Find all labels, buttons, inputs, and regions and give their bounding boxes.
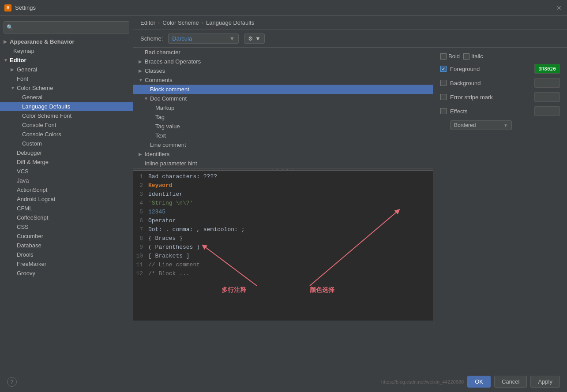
line-content: 12345 [146, 209, 165, 217]
effects-dropdown[interactable]: Bordered ▼ [450, 120, 512, 130]
effects-checkbox[interactable] [440, 108, 447, 114]
sidebar-item-groovy[interactable]: Groovy [0, 269, 133, 278]
close-button[interactable]: ✕ [556, 4, 563, 11]
line-number: 7 [133, 226, 146, 234]
line-number: 8 [133, 235, 146, 243]
sidebar-item-cfml[interactable]: CFML [0, 204, 133, 213]
sidebar-item-android-logcat[interactable]: Android Logcat [0, 194, 133, 204]
sidebar-item-cs-general[interactable]: General [0, 93, 133, 102]
sidebar-item-actionscript[interactable]: ActionScript [0, 185, 133, 194]
error-stripe-color-box[interactable] [534, 92, 560, 102]
background-color-box[interactable] [534, 78, 560, 88]
sidebar-item-editor[interactable]: ▼ Editor [0, 56, 133, 65]
background-row: Background [440, 78, 560, 88]
sidebar-item-language-defaults[interactable]: Language Defaults [0, 102, 133, 111]
sidebar-item-console-colors[interactable]: Console Colors [0, 130, 133, 139]
sidebar-item-freemarker[interactable]: FreeMarker [0, 259, 133, 269]
error-stripe-label: Error stripe mark [450, 94, 531, 101]
bold-checkbox[interactable] [440, 53, 447, 60]
tree-item-tag[interactable]: Tag [133, 112, 433, 122]
foreground-color-box[interactable]: 0R8020 [534, 64, 560, 74]
gear-dropdown-arrow: ▼ [255, 35, 261, 42]
sidebar-item-colorscheme[interactable]: ▼ Color Scheme [0, 83, 133, 93]
line-number: 11 [133, 261, 146, 269]
background-label: Background [450, 80, 531, 86]
sidebar-item-general[interactable]: ▶ General [0, 65, 133, 74]
tree-item-braces-ops[interactable]: ▶ Braces and Operators [133, 57, 433, 66]
tree-item-bad-char[interactable]: Bad character [133, 48, 433, 57]
tree-item-block-comment[interactable]: Block comment [133, 85, 433, 94]
tree-item-label: Tag [155, 114, 165, 120]
sidebar-item-custom[interactable]: Custom [0, 139, 133, 148]
cancel-button[interactable]: Cancel [494, 376, 527, 388]
preview-line-1: 1 Bad characters: ???? [133, 173, 433, 182]
tree-item-text[interactable]: Text [133, 131, 433, 140]
sidebar-item-label: CSS [17, 224, 29, 230]
tree-item-label: Text [155, 132, 166, 139]
line-number: 2 [133, 182, 146, 190]
error-stripe-checkbox[interactable] [440, 94, 447, 100]
foreground-checkbox[interactable] [440, 66, 447, 72]
scheme-row: Scheme: Darcula ▼ ⚙ ▼ [133, 30, 567, 48]
tree-item-label: Classes [145, 67, 165, 74]
preview-line-4: 4 'String \n\?' [133, 199, 433, 208]
sidebar-item-diff-merge[interactable]: Diff & Merge [0, 157, 133, 167]
tree-item-comments[interactable]: ▼ Comments [133, 75, 433, 85]
sidebar-item-appearance[interactable]: ▶ Appearance & Behavior [0, 37, 133, 46]
sidebar-item-database[interactable]: Database [0, 241, 133, 250]
split-pane: Bad character ▶ Braces and Operators ▶ C… [133, 48, 567, 371]
breadcrumb-editor[interactable]: Editor [140, 19, 155, 26]
sidebar-item-console-font[interactable]: Console Font [0, 120, 133, 130]
split-main: Bad character ▶ Braces and Operators ▶ C… [133, 48, 433, 321]
sidebar-item-keymap[interactable]: Keymap [0, 46, 133, 56]
sidebar-item-coffeescript[interactable]: CoffeeScript [0, 213, 133, 222]
sidebar-item-cucumber[interactable]: Cucumber [0, 231, 133, 241]
tree-item-tag-value[interactable]: Tag value [133, 122, 433, 131]
preview-line-2: 2 Keyword [133, 182, 433, 190]
sidebar-item-cs-font[interactable]: Color Scheme Font [0, 111, 133, 120]
background-checkbox[interactable] [440, 80, 447, 86]
breadcrumb-colorscheme[interactable]: Color Scheme [162, 19, 199, 26]
apply-button[interactable]: Apply [530, 376, 560, 388]
tree-item-label: Doc Comment [150, 95, 187, 102]
tree-item-identifiers[interactable]: ▶ Identifiers [133, 149, 433, 159]
tree-item-classes[interactable]: ▶ Classes [133, 66, 433, 75]
preview-line-10: 10 [ Brackets ] [133, 252, 433, 261]
effects-color-box[interactable] [534, 106, 560, 116]
tree-item-doc-comment[interactable]: ▼ Doc Comment [133, 94, 433, 103]
arrow-icon: ▼ [11, 86, 15, 90]
sidebar-item-java[interactable]: Java [0, 176, 133, 185]
search-bar[interactable]: 🔍 [4, 21, 129, 34]
sidebar-item-css[interactable]: CSS [0, 222, 133, 231]
effects-dropdown-text: Bordered [454, 122, 503, 128]
ok-button[interactable]: OK [467, 376, 491, 388]
help-button[interactable]: ? [7, 377, 17, 387]
preview-line-6: 6 Operator [133, 217, 433, 226]
search-icon: 🔍 [7, 24, 13, 30]
scheme-gear-button[interactable]: ⚙ ▼ [244, 34, 265, 44]
breadcrumb-sep1: › [158, 19, 160, 26]
arrow-icon: ▶ [11, 67, 15, 72]
italic-label: Italic [471, 53, 483, 60]
arrow-icon: ▼ [4, 58, 8, 63]
line-number: 1 [133, 173, 146, 181]
line-content: Bad characters: ???? [146, 173, 217, 181]
tree-item-label: Markup [155, 105, 174, 111]
bottom-bar: ? https://blog.csdn.net/weixin_44220680 … [0, 371, 567, 392]
search-input[interactable] [15, 24, 126, 30]
sidebar-item-label: Database [17, 242, 41, 249]
tree-item-line-comment[interactable]: Line comment [133, 140, 433, 149]
preview-line-8: 8 { Braces } [133, 235, 433, 243]
scheme-select[interactable]: Darcula ▼ [168, 34, 239, 44]
sidebar-item-font[interactable]: Font [0, 74, 133, 83]
tree-item-label: Block comment [150, 86, 189, 93]
sidebar-item-vcs[interactable]: VCS [0, 167, 133, 176]
tree-item-markup[interactable]: Markup [133, 103, 433, 112]
tree-panel: Bad character ▶ Braces and Operators ▶ C… [133, 48, 433, 371]
sidebar-item-drools[interactable]: Drools [0, 250, 133, 259]
italic-checkbox[interactable] [463, 53, 469, 60]
sidebar-item-label: CoffeeScript [17, 214, 48, 221]
sidebar-item-debugger[interactable]: Debugger [0, 148, 133, 157]
error-stripe-row: Error stripe mark [440, 92, 560, 102]
line-content: // Line comment [146, 261, 200, 269]
